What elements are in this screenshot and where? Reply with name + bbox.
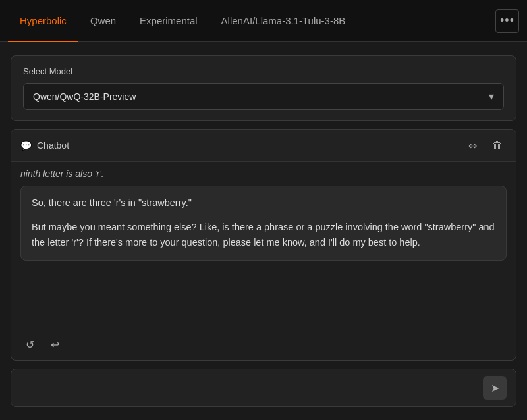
message-paragraph-2: But maybe you meant something else? Like… [32, 220, 495, 250]
chatbot-panel: 💬 Chatbot ⇔ 🗑 ninth letter is also 'r'. … [11, 129, 516, 361]
chat-input[interactable] [20, 382, 476, 393]
tab-allenai-label: AllenAI/Llama-3.1-Tulu-3-8B [221, 15, 346, 26]
tab-allenai[interactable]: AllenAI/Llama-3.1-Tulu-3-8B [209, 0, 358, 42]
refresh1-icon: ↺ [26, 338, 34, 351]
chatbot-icon: 💬 [20, 140, 32, 151]
copy-icon: ⇔ [468, 140, 477, 152]
tab-bar: Hyperbolic Qwen Experimental AllenAI/Lla… [0, 0, 527, 42]
main-content: Select Model Qwen/QwQ-32B-Preview ▾ 💬 Ch… [0, 42, 527, 420]
chevron-down-icon: ▾ [489, 90, 494, 103]
message-paragraph-1: So, there are three 'r's in "strawberry.… [32, 196, 495, 211]
chatbot-header-right: ⇔ 🗑 [463, 136, 507, 155]
chatbot-footer: ↺ ↩ [11, 330, 516, 360]
more-tabs-icon: ••• [500, 14, 514, 28]
more-tabs-button[interactable]: ••• [495, 9, 519, 33]
tab-hyperbolic-label: Hyperbolic [20, 15, 67, 26]
partial-response-text: ninth letter is also 'r'. [20, 169, 507, 179]
trash-icon: 🗑 [492, 140, 503, 151]
assistant-message-bubble: So, there are three 'r's in "strawberry.… [20, 186, 507, 261]
model-select-box: Select Model Qwen/QwQ-32B-Preview ▾ [11, 55, 516, 121]
refresh-button-1[interactable]: ↺ [20, 335, 39, 354]
input-bar: ➤ [11, 369, 516, 407]
chatbot-body: ninth letter is also 'r'. So, there are … [11, 162, 516, 330]
model-select-label: Select Model [23, 66, 504, 76]
model-selected-value: Qwen/QwQ-32B-Preview [33, 92, 136, 102]
tab-qwen-label: Qwen [90, 15, 116, 26]
tab-experimental-label: Experimental [140, 15, 198, 26]
refresh-button-2[interactable]: ↩ [45, 335, 64, 354]
refresh2-icon: ↩ [51, 338, 59, 351]
delete-icon-button[interactable]: 🗑 [488, 136, 507, 155]
copy-icon-button[interactable]: ⇔ [463, 136, 482, 155]
tab-experimental[interactable]: Experimental [128, 0, 209, 42]
chatbot-header: 💬 Chatbot ⇔ 🗑 [11, 130, 516, 162]
tab-hyperbolic[interactable]: Hyperbolic [8, 0, 78, 42]
model-dropdown[interactable]: Qwen/QwQ-32B-Preview ▾ [23, 83, 504, 110]
send-icon: ➤ [491, 382, 499, 394]
tab-qwen[interactable]: Qwen [78, 0, 128, 42]
send-button[interactable]: ➤ [483, 376, 507, 400]
chatbot-header-left: 💬 Chatbot [20, 140, 69, 151]
chatbot-label: Chatbot [37, 140, 69, 151]
